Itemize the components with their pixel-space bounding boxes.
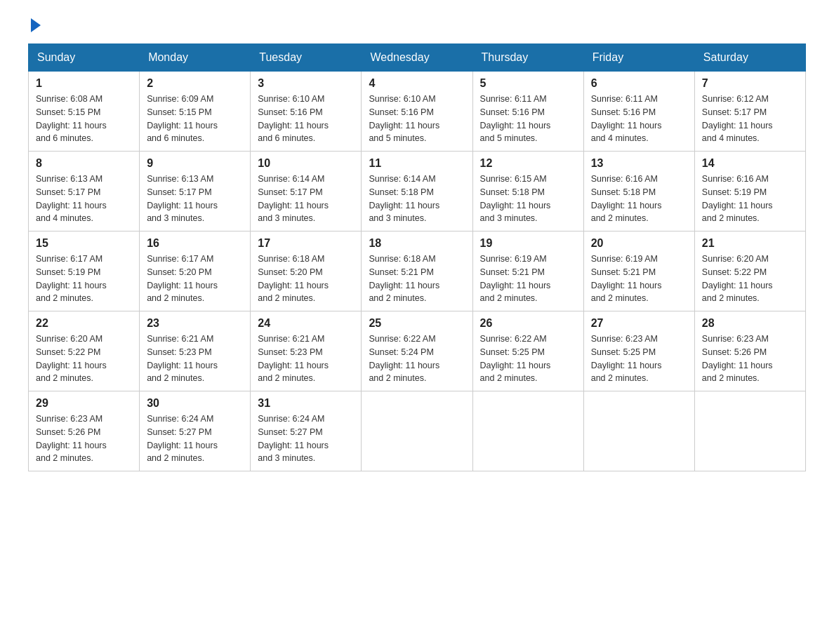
calendar-cell: 14Sunrise: 6:16 AMSunset: 5:19 PMDayligh… bbox=[694, 152, 805, 232]
calendar-cell: 18Sunrise: 6:18 AMSunset: 5:21 PMDayligh… bbox=[362, 232, 472, 311]
day-info: Sunrise: 6:13 AMSunset: 5:17 PMDaylight:… bbox=[147, 173, 243, 225]
calendar-cell bbox=[583, 391, 694, 471]
calendar-week-row: 22Sunrise: 6:20 AMSunset: 5:22 PMDayligh… bbox=[29, 311, 806, 391]
calendar-cell: 7Sunrise: 6:12 AMSunset: 5:17 PMDaylight… bbox=[694, 72, 805, 152]
day-number: 2 bbox=[147, 77, 243, 90]
day-number: 27 bbox=[591, 317, 687, 330]
calendar-cell: 21Sunrise: 6:20 AMSunset: 5:22 PMDayligh… bbox=[694, 232, 805, 311]
day-number: 4 bbox=[369, 77, 465, 90]
calendar-cell: 15Sunrise: 6:17 AMSunset: 5:19 PMDayligh… bbox=[29, 232, 140, 311]
day-info: Sunrise: 6:19 AMSunset: 5:21 PMDaylight:… bbox=[480, 253, 576, 305]
day-info: Sunrise: 6:23 AMSunset: 5:25 PMDaylight:… bbox=[591, 333, 687, 385]
day-info: Sunrise: 6:21 AMSunset: 5:23 PMDaylight:… bbox=[258, 333, 354, 385]
col-header-sunday: Sunday bbox=[29, 44, 140, 72]
day-number: 13 bbox=[591, 157, 687, 170]
day-number: 23 bbox=[147, 317, 243, 330]
day-info: Sunrise: 6:14 AMSunset: 5:18 PMDaylight:… bbox=[369, 173, 465, 225]
calendar-cell: 31Sunrise: 6:24 AMSunset: 5:27 PMDayligh… bbox=[251, 391, 362, 471]
page-header bbox=[28, 21, 806, 29]
calendar-cell: 6Sunrise: 6:11 AMSunset: 5:16 PMDaylight… bbox=[583, 72, 694, 152]
day-number: 15 bbox=[36, 237, 132, 250]
calendar-week-row: 1Sunrise: 6:08 AMSunset: 5:15 PMDaylight… bbox=[29, 72, 806, 152]
day-number: 5 bbox=[480, 77, 576, 90]
day-number: 21 bbox=[702, 237, 798, 250]
calendar-cell: 10Sunrise: 6:14 AMSunset: 5:17 PMDayligh… bbox=[251, 152, 362, 232]
day-number: 3 bbox=[258, 77, 354, 90]
day-info: Sunrise: 6:24 AMSunset: 5:27 PMDaylight:… bbox=[147, 412, 243, 465]
calendar-cell: 16Sunrise: 6:17 AMSunset: 5:20 PMDayligh… bbox=[140, 232, 251, 311]
day-info: Sunrise: 6:20 AMSunset: 5:22 PMDaylight:… bbox=[36, 333, 132, 385]
day-info: Sunrise: 6:16 AMSunset: 5:18 PMDaylight:… bbox=[591, 173, 687, 225]
day-info: Sunrise: 6:19 AMSunset: 5:21 PMDaylight:… bbox=[591, 253, 687, 305]
calendar-cell: 1Sunrise: 6:08 AMSunset: 5:15 PMDaylight… bbox=[29, 72, 140, 152]
calendar-cell: 12Sunrise: 6:15 AMSunset: 5:18 PMDayligh… bbox=[472, 152, 583, 232]
calendar-cell: 27Sunrise: 6:23 AMSunset: 5:25 PMDayligh… bbox=[583, 311, 694, 391]
day-number: 10 bbox=[258, 157, 354, 170]
day-number: 17 bbox=[258, 237, 354, 250]
day-number: 19 bbox=[480, 237, 576, 250]
day-number: 6 bbox=[591, 77, 687, 90]
day-number: 11 bbox=[369, 157, 465, 170]
col-header-wednesday: Wednesday bbox=[362, 44, 472, 72]
day-info: Sunrise: 6:20 AMSunset: 5:22 PMDaylight:… bbox=[702, 253, 798, 305]
day-number: 24 bbox=[258, 317, 354, 330]
calendar-cell bbox=[694, 391, 805, 471]
day-number: 26 bbox=[480, 317, 576, 330]
calendar-cell: 3Sunrise: 6:10 AMSunset: 5:16 PMDaylight… bbox=[251, 72, 362, 152]
calendar-cell: 24Sunrise: 6:21 AMSunset: 5:23 PMDayligh… bbox=[251, 311, 362, 391]
day-info: Sunrise: 6:18 AMSunset: 5:20 PMDaylight:… bbox=[258, 253, 354, 305]
day-number: 14 bbox=[702, 157, 798, 170]
day-info: Sunrise: 6:22 AMSunset: 5:25 PMDaylight:… bbox=[480, 333, 576, 385]
col-header-thursday: Thursday bbox=[472, 44, 583, 72]
calendar-cell: 26Sunrise: 6:22 AMSunset: 5:25 PMDayligh… bbox=[472, 311, 583, 391]
calendar-cell: 5Sunrise: 6:11 AMSunset: 5:16 PMDaylight… bbox=[472, 72, 583, 152]
calendar-cell: 23Sunrise: 6:21 AMSunset: 5:23 PMDayligh… bbox=[140, 311, 251, 391]
day-number: 12 bbox=[480, 157, 576, 170]
col-header-saturday: Saturday bbox=[694, 44, 805, 72]
day-info: Sunrise: 6:24 AMSunset: 5:27 PMDaylight:… bbox=[258, 412, 354, 465]
day-number: 16 bbox=[147, 237, 243, 250]
day-number: 20 bbox=[591, 237, 687, 250]
day-info: Sunrise: 6:11 AMSunset: 5:16 PMDaylight:… bbox=[591, 93, 687, 145]
day-info: Sunrise: 6:15 AMSunset: 5:18 PMDaylight:… bbox=[480, 173, 576, 225]
day-info: Sunrise: 6:10 AMSunset: 5:16 PMDaylight:… bbox=[258, 93, 354, 145]
calendar-cell: 25Sunrise: 6:22 AMSunset: 5:24 PMDayligh… bbox=[362, 311, 472, 391]
day-info: Sunrise: 6:16 AMSunset: 5:19 PMDaylight:… bbox=[702, 173, 798, 225]
day-info: Sunrise: 6:22 AMSunset: 5:24 PMDaylight:… bbox=[369, 333, 465, 385]
day-info: Sunrise: 6:10 AMSunset: 5:16 PMDaylight:… bbox=[369, 93, 465, 145]
day-number: 7 bbox=[702, 77, 798, 90]
day-info: Sunrise: 6:12 AMSunset: 5:17 PMDaylight:… bbox=[702, 93, 798, 145]
day-info: Sunrise: 6:21 AMSunset: 5:23 PMDaylight:… bbox=[147, 333, 243, 385]
calendar-cell: 4Sunrise: 6:10 AMSunset: 5:16 PMDaylight… bbox=[362, 72, 472, 152]
calendar-header-row: Sunday Monday Tuesday Wednesday Thursday… bbox=[29, 44, 806, 72]
calendar-cell: 11Sunrise: 6:14 AMSunset: 5:18 PMDayligh… bbox=[362, 152, 472, 232]
calendar-cell: 30Sunrise: 6:24 AMSunset: 5:27 PMDayligh… bbox=[140, 391, 251, 471]
col-header-tuesday: Tuesday bbox=[251, 44, 362, 72]
calendar-cell: 20Sunrise: 6:19 AMSunset: 5:21 PMDayligh… bbox=[583, 232, 694, 311]
calendar-cell: 9Sunrise: 6:13 AMSunset: 5:17 PMDaylight… bbox=[140, 152, 251, 232]
calendar-cell: 19Sunrise: 6:19 AMSunset: 5:21 PMDayligh… bbox=[472, 232, 583, 311]
day-number: 29 bbox=[36, 397, 132, 410]
calendar-cell: 29Sunrise: 6:23 AMSunset: 5:26 PMDayligh… bbox=[29, 391, 140, 471]
logo bbox=[28, 21, 41, 29]
calendar-table: Sunday Monday Tuesday Wednesday Thursday… bbox=[28, 43, 806, 471]
day-info: Sunrise: 6:17 AMSunset: 5:20 PMDaylight:… bbox=[147, 253, 243, 305]
day-number: 22 bbox=[36, 317, 132, 330]
day-info: Sunrise: 6:08 AMSunset: 5:15 PMDaylight:… bbox=[36, 93, 132, 145]
day-info: Sunrise: 6:23 AMSunset: 5:26 PMDaylight:… bbox=[702, 333, 798, 385]
day-number: 9 bbox=[147, 157, 243, 170]
calendar-cell: 13Sunrise: 6:16 AMSunset: 5:18 PMDayligh… bbox=[583, 152, 694, 232]
calendar-cell bbox=[472, 391, 583, 471]
calendar-week-row: 29Sunrise: 6:23 AMSunset: 5:26 PMDayligh… bbox=[29, 391, 806, 471]
day-number: 8 bbox=[36, 157, 132, 170]
day-info: Sunrise: 6:11 AMSunset: 5:16 PMDaylight:… bbox=[480, 93, 576, 145]
calendar-cell: 2Sunrise: 6:09 AMSunset: 5:15 PMDaylight… bbox=[140, 72, 251, 152]
calendar-week-row: 8Sunrise: 6:13 AMSunset: 5:17 PMDaylight… bbox=[29, 152, 806, 232]
day-number: 30 bbox=[147, 397, 243, 410]
calendar-cell: 8Sunrise: 6:13 AMSunset: 5:17 PMDaylight… bbox=[29, 152, 140, 232]
day-number: 18 bbox=[369, 237, 465, 250]
calendar-cell: 28Sunrise: 6:23 AMSunset: 5:26 PMDayligh… bbox=[694, 311, 805, 391]
col-header-friday: Friday bbox=[583, 44, 694, 72]
logo-arrow-icon bbox=[31, 18, 41, 32]
day-info: Sunrise: 6:09 AMSunset: 5:15 PMDaylight:… bbox=[147, 93, 243, 145]
